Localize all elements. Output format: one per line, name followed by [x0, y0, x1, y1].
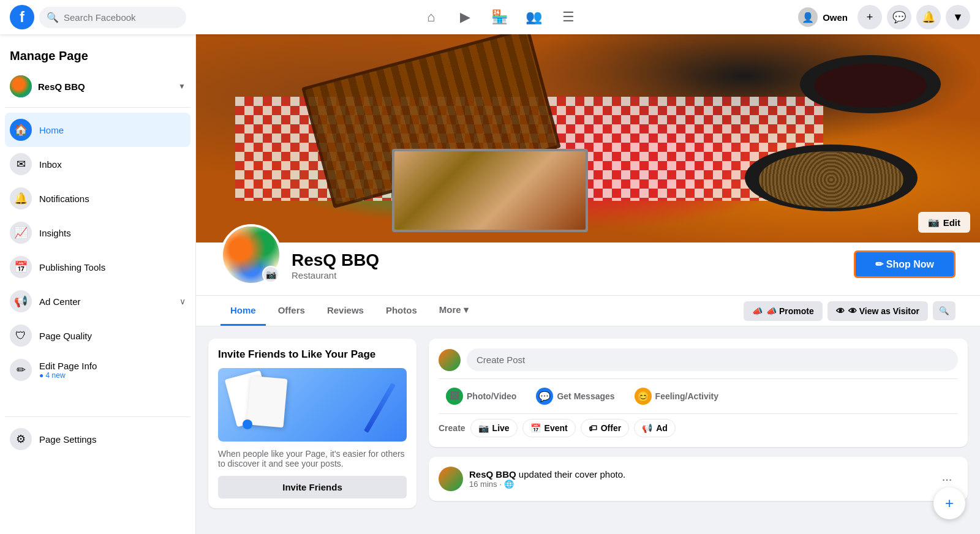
- top-navigation: f 🔍 ⌂ ▶ 🏪 👥 ☰ 👤 Owen + 💬 🔔 ▼: [0, 0, 980, 34]
- sidebar-item-label-home: Home: [39, 125, 186, 135]
- sidebar-item-inbox[interactable]: ✉ Inbox: [5, 147, 190, 181]
- nav-video-button[interactable]: ▶: [451, 2, 480, 32]
- sidebar-item-ad-center[interactable]: 📢 Ad Center ∨: [5, 284, 190, 318]
- sidebar-item-label-edit-page-info: Edit Page Info: [39, 361, 97, 371]
- sidebar-item-label-ad-center: Ad Center: [39, 296, 172, 307]
- page-category: Restaurant: [292, 270, 844, 280]
- nav-groups-button[interactable]: 👥: [519, 2, 549, 32]
- paper2: [247, 376, 288, 428]
- search-bar-container[interactable]: 🔍: [39, 7, 186, 28]
- sidebar-bottom-divider: [5, 416, 190, 417]
- mini-avatar: [439, 349, 461, 371]
- user-pill[interactable]: 👤 Owen: [793, 5, 853, 29]
- photo-video-button[interactable]: 🖼 Photo/Video: [439, 384, 524, 408]
- ad-label: Ad: [656, 423, 668, 433]
- topnav-right: 👤 Owen + 💬 🔔 ▼: [793, 5, 970, 29]
- sidebar-item-insights[interactable]: 📈 Insights: [5, 216, 190, 250]
- tab-actions: 📣 📣 Promote 👁 👁 View as Visitor 🔍: [744, 301, 956, 321]
- page-logo-camera-button[interactable]: 📷: [262, 266, 279, 283]
- invite-card-title: Invite Friends to Like Your Page: [218, 348, 407, 361]
- ad-button[interactable]: 📢 Ad: [634, 419, 676, 437]
- camera-small-icon: 📷: [266, 269, 276, 279]
- nav-menu-button[interactable]: ☰: [554, 2, 583, 32]
- edit-page-info-badge: ● 4 new: [39, 371, 186, 380]
- live-button[interactable]: 📷 Live: [470, 419, 518, 437]
- offer-icon: 🏷: [589, 423, 597, 433]
- tab-reviews[interactable]: Reviews: [317, 296, 374, 326]
- offer-button[interactable]: 🏷 Offer: [581, 419, 629, 437]
- page-actions: ✏ Shop Now: [854, 250, 956, 285]
- create-label: Create: [439, 423, 466, 433]
- live-icon: 📷: [478, 423, 489, 433]
- add-button[interactable]: +: [858, 5, 882, 29]
- create-actions: 📷 Live 📅 Event 🏷 Offer: [470, 419, 676, 437]
- tab-home[interactable]: Home: [221, 296, 266, 326]
- facebook-logo[interactable]: f: [10, 5, 34, 29]
- cover-edit-button[interactable]: 📷 Edit: [918, 212, 970, 233]
- ad-icon: 📢: [642, 423, 652, 433]
- dropdown-button[interactable]: ▼: [946, 5, 970, 29]
- search-page-button[interactable]: 🔍: [933, 301, 956, 320]
- feeling-activity-button[interactable]: 😊 Feeling/Activity: [627, 384, 726, 408]
- globe-icon: ·: [500, 479, 502, 489]
- avatar: 👤: [798, 7, 818, 27]
- globe-icon2: 🌐: [504, 479, 514, 489]
- create-post-input[interactable]: Create Post: [467, 348, 958, 371]
- post-author: ResQ BBQ updated their cover photo.: [469, 469, 930, 479]
- sidebar-item-publishing-tools[interactable]: 📅 Publishing Tools: [5, 250, 190, 284]
- messenger-icon: 💬: [536, 388, 553, 405]
- sidebar-item-home[interactable]: 🏠 Home: [5, 113, 190, 147]
- page-selector[interactable]: ResQ BBQ ▼: [5, 70, 190, 102]
- photo-video-icon: 🖼: [446, 388, 463, 405]
- search-page-icon: 🔍: [939, 306, 949, 315]
- tab-offers[interactable]: Offers: [268, 296, 315, 326]
- messenger-button[interactable]: 💬: [887, 5, 911, 29]
- post-time: 16 mins · 🌐: [469, 479, 930, 489]
- dot1: [243, 419, 252, 429]
- create-post-placeholder: Create Post: [477, 355, 525, 365]
- live-label: Live: [492, 423, 510, 433]
- tab-more[interactable]: More ▾: [429, 296, 478, 326]
- bowl2-inner: [759, 151, 904, 208]
- invite-description: When people like your Page, it's easier …: [218, 449, 407, 468]
- create-post-card: Create Post 🖼 Photo/Video 💬 Get Messages: [429, 339, 968, 447]
- sidebar-item-page-quality[interactable]: 🛡 Page Quality: [5, 318, 190, 353]
- sidebar-divider: [5, 107, 190, 108]
- topnav-center: ⌂ ▶ 🏪 👥 ☰: [206, 2, 793, 32]
- topnav-left: f 🔍: [10, 5, 206, 29]
- sidebar-item-label-insights: Insights: [39, 228, 186, 238]
- bell-icon: 🔔: [10, 187, 32, 209]
- event-button[interactable]: 📅 Event: [522, 419, 576, 437]
- get-messages-button[interactable]: 💬 Get Messages: [529, 384, 622, 408]
- post-meta: ResQ BBQ updated their cover photo. 16 m…: [469, 469, 930, 489]
- create-post-area: Create Post 🖼 Photo/Video 💬 Get Messages: [429, 339, 968, 508]
- tab-photos[interactable]: Photos: [376, 296, 427, 326]
- page-logo-wrap: 📷: [221, 224, 282, 285]
- sidebar-item-notifications[interactable]: 🔔 Notifications: [5, 181, 190, 216]
- promote-button[interactable]: 📣 📣 Promote: [744, 301, 823, 321]
- post-options-button[interactable]: ···: [936, 468, 958, 490]
- view-visitor-label: 👁 View as Visitor: [848, 306, 919, 316]
- event-icon: 📅: [530, 423, 541, 433]
- fab-button[interactable]: +: [933, 487, 965, 519]
- invite-friends-button[interactable]: Invite Friends: [218, 476, 407, 498]
- page-avatar-small: [10, 75, 32, 97]
- publishing-tools-icon: 📅: [10, 256, 32, 278]
- pencil: [364, 383, 396, 433]
- sidebar-item-page-settings[interactable]: ⚙ Page Settings: [5, 422, 190, 456]
- sidebar-item-edit-page-info[interactable]: ✏ Edit Page Info ● 4 new: [5, 353, 190, 387]
- post-avatar: [439, 467, 463, 491]
- create-post-header: Create Post: [439, 348, 958, 371]
- invite-illustration-inner: [218, 368, 407, 442]
- notification-button[interactable]: 🔔: [916, 5, 941, 29]
- feeling-label: Feeling/Activity: [655, 391, 718, 401]
- cover-photo: 📷 Edit: [196, 34, 980, 243]
- nav-store-button[interactable]: 🏪: [485, 2, 514, 32]
- view-as-visitor-button[interactable]: 👁 👁 View as Visitor: [827, 301, 928, 321]
- shop-now-button[interactable]: ✏ Shop Now: [854, 250, 956, 278]
- cover-area: 📷 Edit 📷 ResQ BBQ Restaurant: [196, 34, 980, 326]
- layout: Manage Page ResQ BBQ ▼ 🏠 Home ✉ Inbox 🔔 …: [0, 34, 980, 534]
- main-content: 📷 Edit 📷 ResQ BBQ Restaurant: [196, 34, 980, 534]
- search-input[interactable]: [64, 12, 179, 23]
- nav-home-button[interactable]: ⌂: [417, 2, 446, 32]
